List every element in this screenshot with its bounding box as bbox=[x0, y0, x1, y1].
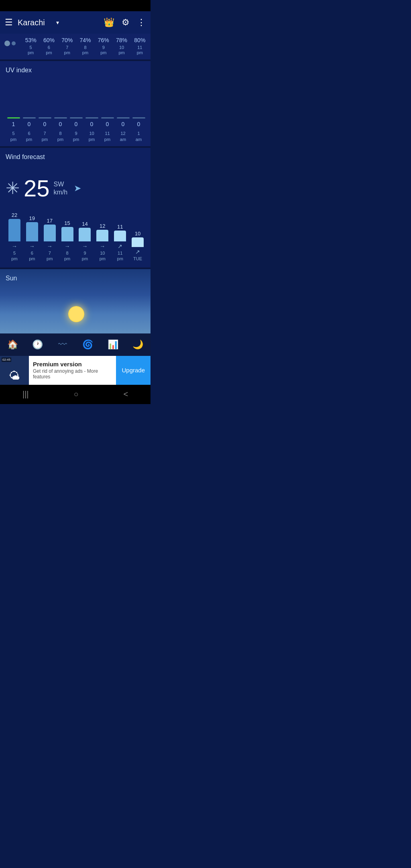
wind-bar-col: 19 → 6pm bbox=[23, 215, 41, 261]
uv-line-item: 1 bbox=[6, 117, 21, 127]
home-button[interactable]: ○ bbox=[73, 390, 78, 399]
uv-time-item: 6pm bbox=[21, 131, 37, 142]
stats-icon: 📊 bbox=[108, 339, 118, 350]
bottom-nav-wind[interactable]: 🌀 bbox=[75, 334, 101, 356]
wind-time-label: 7pm bbox=[47, 250, 53, 262]
status-bar bbox=[0, 0, 151, 11]
wind-icon: 🌀 bbox=[82, 339, 93, 350]
uv-line-item: 0 bbox=[131, 117, 146, 127]
wind-section: Wind forecast ✳ 25 SW km/h ➤ 22 → 5pm 19… bbox=[0, 148, 151, 268]
uv-line-bar bbox=[70, 117, 83, 118]
wind-time-label: TUE bbox=[133, 256, 142, 261]
humidity-percent: 53% bbox=[25, 37, 37, 43]
sun-circle bbox=[68, 306, 84, 322]
humidity-time: 8pm bbox=[82, 45, 88, 55]
bottom-nav-night[interactable]: 🌙 bbox=[126, 334, 151, 356]
wind-dir-arrow: ↗ bbox=[135, 249, 140, 255]
more-icon[interactable]: ⋮ bbox=[137, 17, 146, 28]
bottom-nav-home[interactable]: 🏠 bbox=[0, 334, 25, 356]
humidity-dot-icon bbox=[4, 39, 19, 47]
humidity-percent: 78% bbox=[116, 37, 127, 43]
humidity-percent: 76% bbox=[98, 37, 109, 43]
humidity-percent: 80% bbox=[134, 37, 145, 43]
crown-icon[interactable]: 👑 bbox=[104, 17, 114, 28]
wind-time-label: 10pm bbox=[100, 250, 106, 262]
humidity-percent: 70% bbox=[61, 37, 73, 43]
humidity-col: 70% 7pm bbox=[58, 37, 76, 55]
uv-line-item: 0 bbox=[21, 117, 37, 127]
uv-line-bar bbox=[85, 117, 98, 118]
uv-line-bar bbox=[23, 117, 36, 118]
humidity-col: 76% 9pm bbox=[94, 37, 112, 55]
uv-value: 0 bbox=[43, 121, 47, 127]
home-icon: 🏠 bbox=[7, 339, 18, 350]
uv-value: 0 bbox=[106, 121, 109, 127]
wind-direction: SW bbox=[54, 181, 68, 188]
uv-time-item: 5pm bbox=[6, 131, 21, 142]
wind-compass-icon: ➤ bbox=[74, 183, 81, 194]
wind-time-label: 5pm bbox=[11, 250, 17, 262]
wind-dir-arrow: → bbox=[100, 243, 105, 249]
uv-value: 0 bbox=[28, 121, 31, 127]
uv-line-bar bbox=[117, 117, 130, 118]
recent-apps-button[interactable]: ||| bbox=[22, 390, 29, 399]
wind-dir-arrow: → bbox=[12, 243, 17, 249]
uv-line-bar bbox=[7, 117, 20, 118]
wind-bar-rect bbox=[8, 219, 20, 241]
uv-line-item: 0 bbox=[84, 117, 100, 127]
wind-time-label: 6pm bbox=[29, 250, 35, 262]
uv-time: 10pm bbox=[89, 131, 95, 142]
settings-icon[interactable]: ⚙ bbox=[122, 17, 130, 28]
humidity-time: 11pm bbox=[137, 45, 143, 55]
bottom-nav-chart[interactable]: 〰 bbox=[50, 334, 75, 356]
bottom-nav-stats[interactable]: 📊 bbox=[100, 334, 126, 356]
ad-title: Premium version bbox=[33, 361, 112, 368]
bottom-nav-clock[interactable]: 🕐 bbox=[25, 334, 51, 356]
uv-value: 1 bbox=[12, 121, 15, 127]
uv-line-item: 0 bbox=[37, 117, 53, 127]
uv-section-title: UV index bbox=[6, 67, 146, 74]
uv-time: 6pm bbox=[26, 131, 32, 142]
uv-value: 0 bbox=[75, 121, 78, 127]
humidity-time: 6pm bbox=[46, 45, 52, 55]
wind-bar-col: 14 → 9pm bbox=[76, 221, 94, 261]
wind-dir-arrow: → bbox=[82, 243, 87, 249]
uv-line-item: 0 bbox=[53, 117, 68, 127]
wind-bar-number: 11 bbox=[117, 224, 123, 230]
wind-time-label: 8pm bbox=[64, 250, 70, 262]
uv-time-item: 10pm bbox=[84, 131, 100, 142]
humidity-col: 53% 5pm bbox=[22, 37, 40, 55]
dropdown-arrow-icon[interactable]: ▾ bbox=[56, 19, 59, 26]
uv-line-item: 0 bbox=[100, 117, 115, 127]
uv-time-item: 7pm bbox=[37, 131, 53, 142]
wind-bar-rect bbox=[26, 222, 38, 241]
uv-time-item: 9pm bbox=[68, 131, 84, 142]
uv-time-item: 1am bbox=[131, 131, 146, 142]
wind-fan-icon: ✳ bbox=[6, 180, 20, 197]
uv-time: 11pm bbox=[104, 131, 110, 142]
upgrade-button[interactable]: Upgrade bbox=[116, 356, 151, 385]
uv-time-item: 11pm bbox=[100, 131, 115, 142]
humidity-time: 7pm bbox=[64, 45, 70, 55]
sun-section-title: Sun bbox=[6, 275, 146, 282]
top-nav: ☰ Karachi ▾ 👑 ⚙ ⋮ bbox=[0, 11, 151, 34]
wind-bar-col: 12 → 10pm bbox=[94, 223, 111, 262]
wind-bar-rect bbox=[132, 237, 144, 247]
wind-bar-number: 15 bbox=[64, 220, 70, 226]
humidity-col: 80% 11pm bbox=[131, 37, 149, 55]
wind-bar-number: 10 bbox=[135, 231, 140, 237]
hamburger-icon[interactable]: ☰ bbox=[5, 17, 13, 28]
wind-bar-rect bbox=[114, 231, 126, 241]
uv-value: 0 bbox=[137, 121, 140, 127]
wind-bar-col: 17 → 7pm bbox=[41, 218, 59, 262]
wind-dir-arrow: ↗ bbox=[118, 243, 122, 249]
ad-sun-icon: 🌤 bbox=[9, 369, 20, 382]
ad-time: 02:45 bbox=[2, 357, 11, 362]
wind-bar-col: 11 ↗ 11pm bbox=[111, 224, 129, 261]
wind-bar-rect bbox=[79, 228, 91, 241]
wind-unit: km/h bbox=[54, 189, 68, 196]
wind-bar-rect bbox=[96, 230, 108, 241]
back-button[interactable]: < bbox=[123, 390, 128, 399]
ad-subtitle: Get rid of annoying ads - More features bbox=[33, 368, 112, 380]
humidity-section: 53% 5pm 60% 6pm 70% 7pm 74% 8pm 76% 9pm … bbox=[0, 34, 151, 59]
